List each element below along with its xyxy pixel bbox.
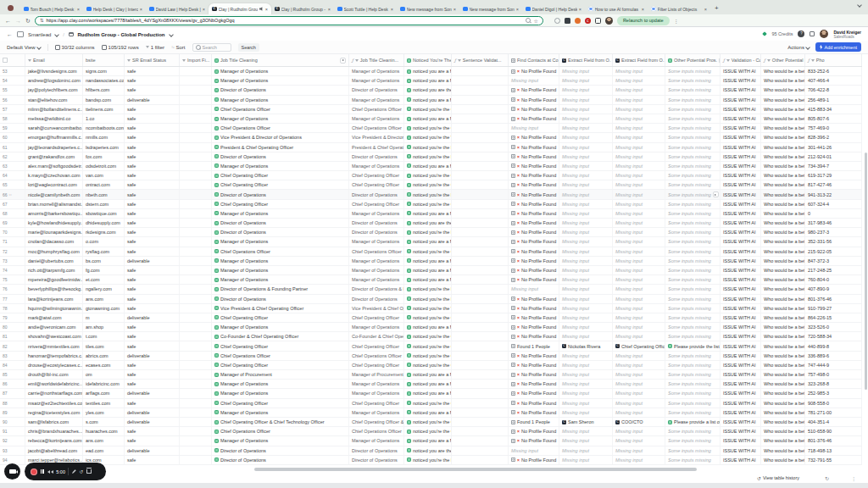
cell-contacts[interactable]: ×No Profile Found xyxy=(509,370,559,379)
cell-better[interactable]: Who would be a better pe... xyxy=(761,418,805,426)
cell-title[interactable]: Manager of Operations xyxy=(212,237,349,246)
cell-ex1[interactable]: Missing input xyxy=(559,190,613,198)
cell-import[interactable] xyxy=(180,332,212,341)
cell-val[interactable]: ISSUE WITH AI xyxy=(721,456,761,464)
cell-status[interactable]: safe xyxy=(125,180,180,189)
cell-ex1[interactable]: Missing input xyxy=(559,228,613,236)
cell-ex2[interactable]: Missing input xyxy=(613,180,665,189)
cell-email[interactable]: grant@zakandfox.com xyxy=(25,152,83,161)
cell-import[interactable] xyxy=(180,86,212,94)
cell-site[interactable]: 1.co xyxy=(83,114,125,123)
cell-site[interactable]: abrics.com xyxy=(83,352,125,360)
cell-sent[interactable] xyxy=(452,67,509,75)
cell-sent[interactable] xyxy=(452,96,509,104)
cell-better[interactable]: Who would be a better pe... xyxy=(761,171,805,180)
cell-title2[interactable]: Manager of Operations xyxy=(349,257,404,265)
cell-status[interactable]: safe xyxy=(125,190,180,198)
cell-title2[interactable]: Manager of Operations xyxy=(349,436,404,445)
cell-ex2[interactable]: Missing input xyxy=(613,247,665,256)
cell-ex1[interactable]: Missing input xyxy=(559,152,613,161)
cell-ex2[interactable]: Missing input xyxy=(613,361,665,369)
cell-status[interactable]: safe xyxy=(125,162,180,170)
cell-num[interactable]: 84 xyxy=(0,361,25,369)
audio-speaker-icon[interactable] xyxy=(259,7,264,11)
cell-title[interactable]: Chief Operating Officer xyxy=(212,180,349,189)
cell-ex1[interactable]: Missing input xyxy=(559,96,613,104)
cell-import[interactable] xyxy=(180,389,212,397)
cell-sent[interactable] xyxy=(452,228,509,236)
credits-label[interactable]: 95 Credits xyxy=(771,31,793,36)
cell-status[interactable]: deliverable xyxy=(125,389,180,397)
cell-sent[interactable] xyxy=(452,295,509,303)
cell-sent[interactable] xyxy=(452,162,509,170)
cell-title2[interactable]: Director of Operations xyxy=(349,295,404,303)
cell-ex2[interactable]: Missing input xyxy=(613,456,665,464)
cell-num[interactable]: 83 xyxy=(0,352,25,360)
cell-import[interactable] xyxy=(180,190,212,198)
cell-site[interactable]: ngallery.com xyxy=(83,285,125,293)
cell-contacts[interactable]: ×No Profile Found xyxy=(509,456,559,464)
column-header-contacts[interactable]: Find Contacts at Co. xyxy=(509,54,559,66)
cell-phone[interactable]: 217-248-25 xyxy=(805,266,862,274)
cell-val[interactable]: ISSUE WITH AI xyxy=(721,143,761,152)
cell-sent[interactable] xyxy=(452,209,509,218)
cell-pros[interactable]: Some inputs missing xyxy=(665,266,721,274)
cell-pros[interactable]: Some inputs missing xyxy=(665,313,721,322)
extension-icon[interactable] xyxy=(575,18,581,24)
tab-search-button[interactable] xyxy=(858,0,861,10)
cell-status[interactable]: deliverable xyxy=(125,257,180,265)
cell-site[interactable]: lsdraperies.com xyxy=(83,143,125,152)
cell-val[interactable]: ISSUE WITH AI xyxy=(721,180,761,189)
cell-ex1[interactable]: Missing input xyxy=(559,456,613,464)
cell-site[interactable]: nandassociates.com xyxy=(83,76,125,85)
cell-ex2[interactable]: Missing input xyxy=(613,332,665,341)
cell-import[interactable] xyxy=(180,304,212,313)
cell-import[interactable] xyxy=(180,399,212,408)
cell-better[interactable]: Who would be a better pe... xyxy=(761,399,805,408)
cell-noticed[interactable]: noticed you're the Chief xyxy=(404,105,452,114)
cell-import[interactable] xyxy=(180,257,212,265)
cell-contacts[interactable]: ×No Profile Found xyxy=(509,427,559,435)
search-input[interactable]: Search xyxy=(192,43,231,52)
cell-pros[interactable]: Some inputs missing xyxy=(665,143,721,152)
column-header-email[interactable]: Email xyxy=(25,54,83,66)
cell-contacts[interactable]: ×No Profile Found xyxy=(509,86,559,94)
browser-tab[interactable]: CClay | Rudholm Group - C× xyxy=(271,3,334,14)
cell-pros[interactable]: Some inputs missing xyxy=(665,304,721,313)
cell-ex1[interactable]: Missing input xyxy=(559,266,613,274)
cell-better[interactable]: Who would be a better pe... xyxy=(761,96,805,104)
cell-status[interactable]: safe xyxy=(125,266,180,274)
cell-ex1[interactable]: CSam Sheron xyxy=(559,418,613,426)
browser-profile-avatar[interactable] xyxy=(605,17,613,25)
cell-title[interactable]: Manager of Operations xyxy=(212,380,349,388)
cell-title2[interactable]: Manager of Operations xyxy=(349,408,404,417)
cell-ex2[interactable]: Missing input xyxy=(613,190,665,198)
cell-email[interactable]: cnolan@dacasso.com xyxy=(25,237,83,246)
cell-num[interactable]: 53 xyxy=(0,67,25,75)
cell-ex1[interactable]: Missing input xyxy=(559,295,613,303)
cell-pros[interactable]: Some inputs missing xyxy=(665,171,721,180)
cell-title2[interactable]: Manager of Operations xyxy=(349,114,404,123)
cell-pros[interactable]: Some inputs missing xyxy=(665,389,721,397)
cell-title2[interactable]: Chief Operating Officer xyxy=(349,180,404,189)
cell-site[interactable]: ead.com xyxy=(83,446,125,455)
cell-title2[interactable]: Chief Operating Officer xyxy=(349,399,404,408)
cell-val[interactable]: ISSUE WITH AI xyxy=(721,124,761,132)
cell-better[interactable]: Who would be a better pe... xyxy=(761,190,805,198)
cell-title2[interactable]: Manager of Operations xyxy=(349,237,404,246)
cell-better[interactable]: Who would be a better pe... xyxy=(761,304,805,313)
cell-title[interactable]: Chief Operations Officer xyxy=(212,124,349,132)
cell-site[interactable]: tiles.com xyxy=(83,341,125,350)
cell-title[interactable]: Director of Operations xyxy=(212,228,349,236)
cell-email[interactable]: sam@lsfabrics.com xyxy=(25,418,83,426)
cell-num[interactable]: 56 xyxy=(0,96,25,104)
cell-email[interactable]: brian.morrell@alismandst... xyxy=(25,200,83,208)
cell-contacts[interactable]: ×No Profile Found xyxy=(509,436,559,445)
cell-title[interactable]: Director of Operations xyxy=(212,219,349,227)
cell-pros[interactable]: Some inputs missing xyxy=(665,352,721,360)
cell-num[interactable]: 58 xyxy=(0,114,25,123)
cell-email[interactable]: shovahn@westcoast.com xyxy=(25,332,83,341)
cell-sent[interactable] xyxy=(452,456,509,464)
cell-contacts[interactable]: ×No Profile Found xyxy=(509,295,559,303)
vertical-scrollbar[interactable] xyxy=(865,152,867,390)
